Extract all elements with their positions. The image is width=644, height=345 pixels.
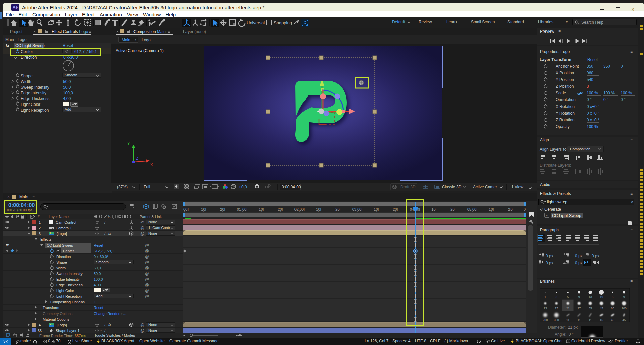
svg-text:20f: 20f <box>335 207 341 211</box>
svg-text:Snapping: Snapping <box>274 20 292 25</box>
svg-text:20f: 20f <box>508 207 514 211</box>
svg-text:45: 45 <box>600 318 603 322</box>
svg-text:17: 17 <box>555 307 558 310</box>
svg-text:03:00f: 03:00f <box>352 207 363 211</box>
svg-text:9: 9 <box>623 295 625 299</box>
svg-text:100: 100 <box>622 307 627 310</box>
svg-text:200: 200 <box>543 318 548 322</box>
svg-text:21: 21 <box>566 307 570 310</box>
svg-text:5: 5 <box>567 295 569 299</box>
svg-text:3: 3 <box>556 295 557 299</box>
svg-text:Universal: Universal <box>247 20 265 25</box>
svg-text:10f: 10f <box>316 207 321 211</box>
svg-text:19: 19 <box>600 295 603 299</box>
svg-text:45: 45 <box>622 318 626 322</box>
svg-text:10f: 10f <box>374 207 379 211</box>
svg-text:10f: 10f <box>259 207 264 211</box>
svg-text:45: 45 <box>600 307 603 310</box>
svg-text:300: 300 <box>554 318 559 322</box>
svg-text:10f: 10f <box>201 207 206 211</box>
svg-text:Y: Y <box>127 141 130 145</box>
svg-text:11: 11 <box>589 318 592 322</box>
svg-text:0:00f: 0:00f <box>183 207 189 211</box>
svg-text:65: 65 <box>611 307 614 310</box>
svg-text:35: 35 <box>589 307 592 310</box>
svg-text:9: 9 <box>578 295 580 299</box>
svg-text:1: 1 <box>544 295 546 299</box>
svg-text:10f: 10f <box>431 207 437 211</box>
svg-text:06: 06 <box>524 207 526 211</box>
svg-text:01:00f: 01:00f <box>237 207 248 211</box>
svg-text:20f: 20f <box>278 207 283 211</box>
svg-text:11: 11 <box>578 318 581 322</box>
svg-text:Active Camera (Camera 1): Active Camera (Camera 1) <box>116 48 164 53</box>
svg-text:11: 11 <box>566 318 569 322</box>
svg-text:13: 13 <box>544 307 547 310</box>
svg-text:5: 5 <box>612 295 613 299</box>
svg-text:X: X <box>150 163 153 167</box>
svg-text:fx: fx <box>108 215 111 218</box>
svg-text:10f: 10f <box>489 207 494 211</box>
svg-text:27: 27 <box>577 307 581 310</box>
svg-text:Z: Z <box>136 156 138 160</box>
svg-text:20f: 20f <box>393 207 398 211</box>
svg-text:20f: 20f <box>450 207 456 211</box>
svg-text:02:00f: 02:00f <box>294 207 305 211</box>
svg-text:13: 13 <box>589 295 592 299</box>
svg-text:20f: 20f <box>220 207 225 211</box>
svg-text:05:00f: 05:00f <box>467 207 478 211</box>
svg-text:45: 45 <box>611 318 614 322</box>
